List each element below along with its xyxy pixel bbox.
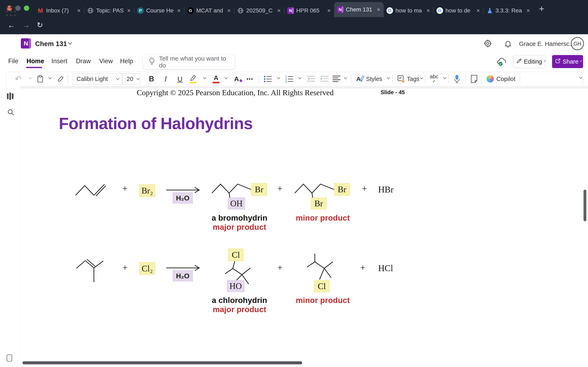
notebooks-panel-icon[interactable] xyxy=(7,92,14,101)
ho-label: HO xyxy=(227,280,244,292)
app-launcher-icon[interactable] xyxy=(6,7,16,16)
notifications-bell-icon[interactable] xyxy=(504,40,512,49)
chevron-down-icon xyxy=(116,77,120,80)
paste-clipboard-icon[interactable] xyxy=(37,72,43,86)
butene-structure xyxy=(73,179,121,202)
undo-dropdown-icon[interactable] xyxy=(29,76,32,79)
bold-button[interactable]: B xyxy=(149,72,154,86)
tellme-search-box[interactable]: Tell me what you want to do xyxy=(143,55,235,69)
browser-tab-333[interactable]: 3.3.3: Rea × xyxy=(484,4,533,17)
new-tab-button[interactable]: + xyxy=(539,4,544,14)
browser-tab-topic[interactable]: Topic: PAS × xyxy=(84,4,134,17)
browser-tab-howto-1[interactable]: G how to ma × xyxy=(384,4,433,17)
user-name[interactable]: Grace E. Hamersc... xyxy=(519,40,575,47)
tab-close-icon[interactable]: × xyxy=(276,7,282,14)
pearson-icon: P xyxy=(137,7,144,14)
browser-tab-hpr[interactable]: N HPR 065 × xyxy=(285,4,334,17)
browser-tab-course[interactable]: P Course He × xyxy=(134,4,184,17)
alignment-icon[interactable] xyxy=(332,72,341,86)
tab-close-icon[interactable]: × xyxy=(175,7,182,14)
editing-mode-button[interactable]: Editing xyxy=(513,55,545,68)
page-thumbnail-icon[interactable] xyxy=(7,354,12,363)
notebook-title[interactable]: Chem 131 xyxy=(35,40,67,48)
reload-icon[interactable]: ↻ xyxy=(37,21,43,29)
chevron-down-icon xyxy=(136,77,140,80)
bromohydrin-structure: Br OH xyxy=(210,180,272,213)
menu-draw[interactable]: Draw xyxy=(76,58,91,65)
minimize-window-button[interactable] xyxy=(15,6,21,11)
alignment-dropdown-icon[interactable] xyxy=(344,76,347,79)
styles-dropdown-icon[interactable] xyxy=(387,76,390,79)
copilot-button[interactable]: Copilot xyxy=(486,72,515,86)
vertical-scrollbar[interactable] xyxy=(584,190,586,221)
font-color-dropdown-icon[interactable] xyxy=(224,76,228,79)
paste-dropdown-icon[interactable] xyxy=(48,76,52,79)
underline-button[interactable]: U xyxy=(177,72,182,86)
font-size-select[interactable]: 20 xyxy=(127,76,135,82)
menu-view[interactable]: View xyxy=(99,58,113,65)
browser-tab-chem131-active[interactable]: N Chem 131 × xyxy=(334,2,384,17)
product-tag: minor product xyxy=(293,213,352,222)
hbr-byproduct: HBr xyxy=(378,184,394,195)
styles-icon[interactable]: A Styles xyxy=(356,72,382,86)
tab-close-icon[interactable]: × xyxy=(375,6,382,13)
menu-insert[interactable]: Insert xyxy=(52,58,67,65)
bulleted-list-icon[interactable] xyxy=(264,72,273,86)
search-icon[interactable] xyxy=(7,109,14,117)
numbering-dropdown-icon[interactable] xyxy=(298,76,302,79)
oh-label: OH xyxy=(228,198,245,209)
browser-tab-202509[interactable]: 202509_C × xyxy=(234,4,284,17)
browser-tab-howto-2[interactable]: G how to de × xyxy=(434,4,483,17)
font-name-select[interactable]: Calibri Light xyxy=(77,76,114,82)
feed-page-icon[interactable] xyxy=(470,72,478,86)
tab-close-icon[interactable]: × xyxy=(75,7,82,14)
share-button[interactable]: Share xyxy=(552,55,583,68)
user-avatar[interactable]: GH xyxy=(571,37,584,50)
clear-formatting-icon[interactable]: A ◆ xyxy=(234,72,242,86)
back-icon[interactable]: ← xyxy=(7,21,15,30)
highlighter-dropdown-icon[interactable] xyxy=(203,76,207,79)
increase-indent-icon[interactable] xyxy=(320,72,329,86)
google-icon: G xyxy=(387,7,393,14)
share-icon xyxy=(555,58,561,65)
tab-close-icon[interactable]: × xyxy=(525,7,532,14)
tab-close-icon[interactable]: × xyxy=(125,7,132,14)
screen: M Inbox (7) × Topic: PAS × P Course He ×… xyxy=(0,0,588,367)
decrease-indent-icon[interactable] xyxy=(306,72,315,86)
menu-bar: File Home Insert Draw View Help Tell me … xyxy=(0,53,588,71)
forward-icon[interactable]: → xyxy=(22,21,30,30)
undo-icon[interactable]: ↶ xyxy=(15,72,21,86)
browser-tab-mcat[interactable]: G MCAT and × xyxy=(184,4,234,17)
tab-close-icon[interactable]: × xyxy=(225,7,232,14)
menu-home-active[interactable]: Home xyxy=(26,58,44,65)
tags-icon[interactable]: ★ Tags xyxy=(397,72,419,86)
cl-label: Cl xyxy=(228,249,243,261)
bullets-dropdown-icon[interactable] xyxy=(277,76,280,79)
dictate-microphone-icon[interactable] xyxy=(454,72,460,86)
zoom-window-button[interactable] xyxy=(24,6,29,11)
menu-file[interactable]: File xyxy=(8,58,18,65)
font-color-icon[interactable]: A xyxy=(213,72,219,86)
browser-tab-inbox[interactable]: M Inbox (7) × xyxy=(34,4,84,17)
browser-tab-strip: M Inbox (7) × Topic: PAS × P Course He ×… xyxy=(0,0,588,17)
tab-close-icon[interactable]: × xyxy=(425,7,432,14)
spellcheck-icon[interactable]: abc ✓ xyxy=(430,72,438,86)
tab-close-icon[interactable]: × xyxy=(475,7,482,14)
highlighter-icon[interactable] xyxy=(189,72,197,86)
horizontal-scrollbar[interactable] xyxy=(22,361,302,364)
settings-gear-icon[interactable] xyxy=(484,39,492,49)
tags-dropdown-icon[interactable] xyxy=(420,76,423,79)
format-painter-icon[interactable] xyxy=(57,72,65,86)
spellcheck-dropdown-icon[interactable] xyxy=(443,76,447,79)
numbered-list-icon[interactable]: 123 xyxy=(285,72,294,86)
menu-help[interactable]: Help xyxy=(120,58,133,65)
font-controls: Calibri Light 20 xyxy=(73,73,140,84)
tab-close-icon[interactable]: × xyxy=(325,7,332,14)
italic-button[interactable]: I xyxy=(164,72,167,86)
chevron-down-icon[interactable] xyxy=(68,41,72,45)
cl2-reagent: Cl₂ xyxy=(139,262,155,275)
active-menu-underline xyxy=(26,67,42,68)
collapse-ribbon-icon[interactable] xyxy=(579,76,582,79)
more-font-options-icon[interactable]: ••• xyxy=(246,72,253,86)
google-icon: G xyxy=(437,7,443,14)
